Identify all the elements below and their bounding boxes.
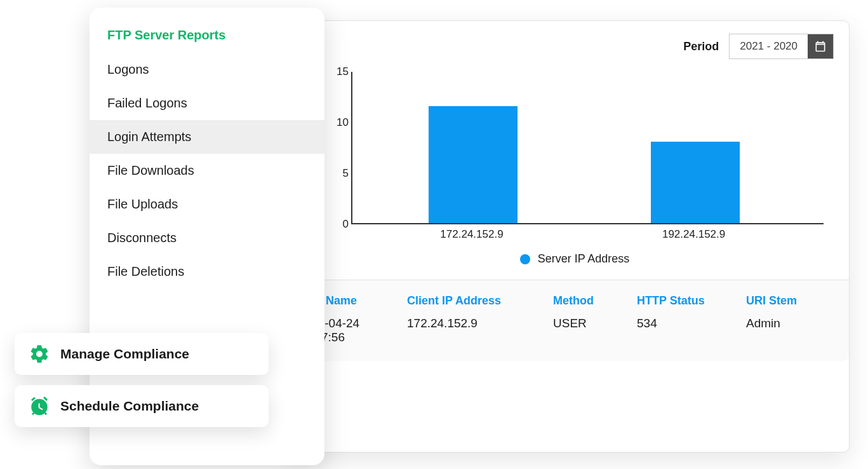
chart-ytick: 5 [343,167,349,180]
sidebar-item-disconnects[interactable]: Disconnects [90,221,324,255]
td-uri-stem: Admin [746,316,835,330]
main-header: Period 2021 - 2020 [286,21,849,65]
calendar-icon[interactable] [808,34,833,58]
schedule-compliance-button[interactable]: Schedule Compliance [15,385,269,427]
gear-icon [29,343,50,365]
period-picker[interactable]: 2021 - 2020 [729,34,834,59]
chart-ytick: 0 [343,218,349,231]
manage-compliance-button[interactable]: Manage Compliance [15,333,269,375]
chart-xticks: 172.24.152.9192.24.152.9 [351,224,824,243]
chart-xtick: 192.24.152.9 [662,228,725,241]
chart-ytick: 15 [337,65,349,78]
chart: Count 051015 172.24.152.9192.24.152.9 Se… [286,65,849,280]
main-panel: Period 2021 - 2020 Count 051015 172.24.1… [286,20,850,452]
th-http-status: HTTP Status [637,294,746,308]
sidebar-title: FTP Server Reports [90,28,324,53]
chart-bar [651,142,740,223]
sidebar-item-failed-logons[interactable]: Failed Logons [90,86,324,120]
chart-bar [429,106,517,223]
td-client-ip: 172.24.152.9 [407,316,553,330]
chart-plot-area [351,72,824,224]
th-client-ip: Client IP Address [407,294,553,308]
legend-label: Server IP Address [538,252,630,266]
sidebar-item-logons[interactable]: Logons [90,53,324,86]
chart-yticks: 051015 [326,72,351,224]
alarm-clock-icon [29,395,50,417]
chart-legend: Server IP Address [326,243,824,266]
chart-ytick: 10 [337,116,349,129]
schedule-compliance-label: Schedule Compliance [60,398,199,414]
table-row: 2020-04-24 16:37:56 172.24.152.9 USER 53… [286,315,849,361]
td-method: USER [553,316,637,330]
chart-xtick: 172.24.152.9 [440,228,503,241]
period-value: 2021 - 2020 [730,34,808,58]
sidebar-item-file-deletions[interactable]: File Deletions [90,255,324,289]
td-http-status: 534 [637,316,746,330]
sidebar-item-file-uploads[interactable]: File Uploads [90,187,324,221]
th-method: Method [553,294,637,308]
table-header: Rule Name Client IP Address Method HTTP … [286,280,849,315]
manage-compliance-label: Manage Compliance [60,346,189,362]
sidebar-item-login-attempts[interactable]: Login Attempts [90,120,324,154]
period-label: Period [683,40,719,53]
th-uri-stem: URI Stem [746,294,835,308]
legend-swatch-icon [520,254,530,264]
sidebar-item-file-downloads[interactable]: File Downloads [90,154,324,187]
results-table: Rule Name Client IP Address Method HTTP … [286,280,849,361]
